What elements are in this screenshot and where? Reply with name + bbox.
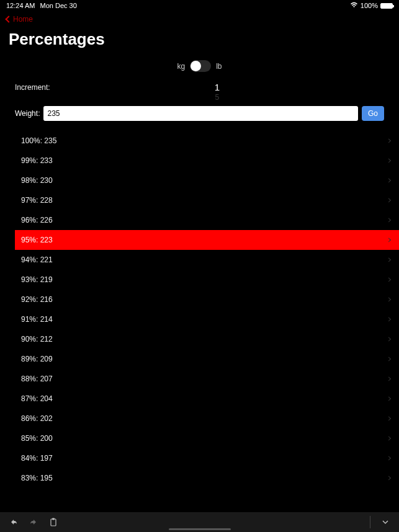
status-time: 12:24 AM — [6, 2, 35, 9]
table-row[interactable]: 88%: 207 — [0, 369, 399, 389]
chevron-right-icon — [387, 158, 391, 162]
chevron-right-icon — [387, 476, 391, 480]
unit-toggle-row: kg lb — [0, 56, 399, 82]
chevron-right-icon — [387, 376, 391, 381]
dismiss-keyboard-icon[interactable] — [380, 517, 390, 527]
go-button[interactable]: Go — [362, 106, 384, 121]
table-row[interactable]: 90%: 212 — [0, 329, 399, 349]
table-row[interactable]: 98%: 230 — [0, 171, 399, 190]
table-row[interactable]: 99%: 233 — [0, 151, 399, 171]
svg-rect-1 — [52, 518, 55, 520]
increment-value: 1 — [50, 82, 384, 92]
chevron-right-icon — [387, 257, 391, 262]
battery-icon — [380, 3, 393, 9]
back-button[interactable]: Home — [6, 15, 33, 24]
table-row[interactable]: 94%: 221 — [0, 250, 399, 270]
weight-row: Weight: Go — [0, 106, 399, 127]
table-row[interactable]: 92%: 216 — [0, 290, 399, 309]
table-row[interactable]: 83%: 195 — [0, 468, 399, 488]
chevron-right-icon — [387, 138, 391, 143]
table-row[interactable]: 84%: 197 — [0, 448, 399, 468]
unit-toggle[interactable] — [190, 60, 211, 72]
nav-bar: Home — [0, 11, 399, 27]
chevron-right-icon — [387, 178, 391, 182]
chevron-left-icon — [5, 16, 12, 22]
increment-picker[interactable]: 1 5 — [50, 82, 384, 92]
page-title: Percentages — [0, 27, 399, 56]
chevron-right-icon — [387, 416, 391, 420]
chevron-right-icon — [387, 218, 391, 222]
battery-percent: 100% — [361, 2, 378, 9]
chevron-right-icon — [387, 337, 391, 341]
undo-icon[interactable] — [9, 517, 19, 527]
chevron-right-icon — [387, 396, 391, 401]
table-row[interactable]: 100%: 235 — [0, 131, 399, 151]
table-row[interactable]: 87%: 204 — [0, 389, 399, 409]
table-row[interactable]: 91%: 214 — [0, 309, 399, 329]
table-row[interactable]: 85%: 200 — [0, 428, 399, 448]
percentage-list: 100%: 23599%: 23398%: 23097%: 22896%: 22… — [0, 127, 399, 488]
weight-label: Weight: — [15, 109, 40, 118]
status-bar: 12:24 AM Mon Dec 30 100% — [0, 0, 399, 11]
home-indicator[interactable] — [169, 528, 231, 530]
chevron-right-icon — [387, 237, 391, 242]
unit-kg-label: kg — [177, 62, 185, 71]
toolbar-divider — [370, 516, 370, 528]
chevron-right-icon — [387, 357, 391, 361]
chevron-right-icon — [387, 456, 391, 460]
chevron-right-icon — [387, 297, 391, 301]
chevron-right-icon — [387, 277, 391, 282]
clipboard-icon[interactable] — [48, 517, 58, 527]
chevron-right-icon — [387, 436, 391, 440]
table-row[interactable]: 97%: 228 — [0, 190, 399, 210]
increment-label: Increment: — [15, 83, 50, 92]
table-row[interactable]: 95%: 223 — [15, 230, 399, 250]
increment-next: 5 — [50, 93, 384, 102]
wifi-icon — [350, 2, 358, 9]
unit-lb-label: lb — [216, 62, 222, 71]
table-row[interactable]: 96%: 226 — [0, 210, 399, 230]
table-row[interactable]: 93%: 219 — [0, 270, 399, 290]
table-row[interactable]: 86%: 202 — [0, 409, 399, 428]
increment-row: Increment: 1 5 — [0, 82, 399, 106]
chevron-right-icon — [387, 317, 391, 321]
status-date: Mon Dec 30 — [40, 2, 76, 9]
chevron-right-icon — [387, 198, 391, 202]
svg-rect-0 — [51, 519, 56, 526]
back-label: Home — [13, 15, 33, 24]
redo-icon[interactable] — [29, 517, 38, 527]
weight-input[interactable] — [43, 106, 358, 121]
table-row[interactable]: 89%: 209 — [0, 349, 399, 369]
toggle-knob — [191, 61, 201, 71]
